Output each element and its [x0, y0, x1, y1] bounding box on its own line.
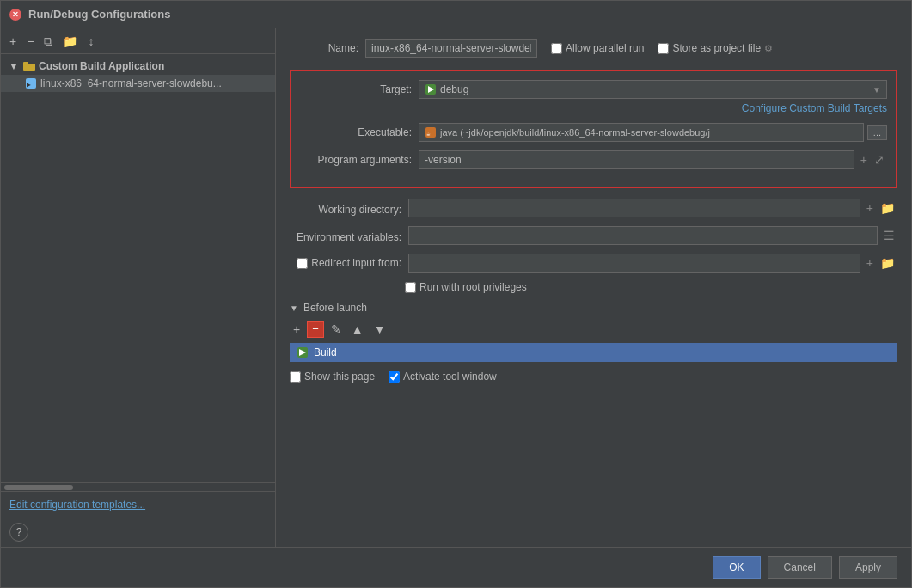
name-row: Name: Allow parallel run Store as projec… — [290, 39, 897, 58]
name-input[interactable] — [365, 39, 537, 58]
program-args-label: Program arguments: — [300, 150, 412, 166]
apply-button[interactable]: Apply — [839, 556, 897, 579]
target-dropdown-arrow: ▼ — [872, 85, 881, 95]
working-dir-browse-button[interactable]: 📁 — [878, 200, 897, 216]
executable-control: ☕ java (~jdk/openjdk/build/linux-x86_64-… — [419, 123, 887, 142]
config-toolbar: + − ⧉ 📁 ↕ — [1, 28, 275, 54]
right-panel: Name: Allow parallel run Store as projec… — [276, 28, 911, 547]
working-dir-control: + 📁 — [408, 199, 897, 217]
store-settings-icon: ⚙ — [764, 43, 773, 54]
config-tree: ▼ Custom Build Application ▶ linux-x86_6… — [1, 54, 275, 482]
args-buttons: + ⤢ — [858, 152, 887, 168]
remove-config-button[interactable]: − — [23, 34, 37, 49]
launch-edit-button[interactable]: ✎ — [327, 322, 345, 337]
env-vars-input[interactable] — [408, 226, 878, 245]
name-label: Name: — [290, 42, 358, 54]
folder-icon — [23, 60, 35, 72]
env-vars-edit-button[interactable]: ☰ — [881, 228, 897, 243]
launch-up-button[interactable]: ▲ — [348, 322, 367, 337]
executable-display[interactable]: ☕ java (~jdk/openjdk/build/linux-x86_64-… — [419, 123, 864, 142]
activate-tool-label: Activate tool window — [403, 371, 497, 383]
root-priv-row: Run with root privileges — [290, 281, 897, 293]
root-priv-checkbox[interactable] — [405, 282, 416, 293]
before-launch-label: Before launch — [303, 302, 367, 314]
launch-remove-button[interactable]: − — [307, 321, 324, 338]
redirect-browse-button[interactable]: 📁 — [878, 255, 897, 271]
launch-list: Build — [290, 343, 897, 362]
working-dir-add-button[interactable]: + — [864, 200, 876, 216]
redirect-add-button[interactable]: + — [864, 255, 876, 271]
help-button[interactable]: ? — [9, 523, 28, 542]
working-dir-buttons: + 📁 — [864, 200, 897, 216]
build-item-label: Build — [314, 346, 337, 358]
launch-add-button[interactable]: + — [290, 322, 303, 337]
working-dir-label: Working directory: — [290, 200, 401, 216]
ok-button[interactable]: OK — [713, 556, 760, 579]
scrollbar-thumb — [4, 485, 73, 490]
expand-icon: ▼ — [8, 60, 20, 72]
configure-custom-link[interactable]: Configure Custom Build Targets — [742, 102, 887, 114]
build-item-icon — [297, 346, 309, 358]
redirect-checkbox[interactable] — [297, 258, 308, 269]
env-vars-row: Environment variables: ☰ — [290, 226, 897, 245]
allow-parallel-label: Allow parallel run — [551, 42, 644, 54]
args-expand-button[interactable]: ⤢ — [872, 152, 887, 168]
svg-text:☕: ☕ — [426, 130, 431, 138]
target-select[interactable]: debug ▼ — [419, 80, 887, 99]
left-panel: + − ⧉ 📁 ↕ ▼ Custom Build Application ▶ — [1, 28, 276, 547]
tree-parent-label: Custom Build Application — [39, 60, 164, 72]
config-section: Target: debug ▼ Configu — [290, 70, 897, 188]
close-button[interactable]: ✕ — [9, 9, 21, 21]
program-args-row: Program arguments: + ⤢ — [300, 150, 887, 169]
tree-parent-item[interactable]: ▼ Custom Build Application — [1, 58, 275, 75]
debug-icon — [425, 83, 437, 95]
sort-config-button[interactable]: ↕ — [84, 34, 97, 49]
target-row: Target: debug ▼ Configu — [300, 80, 887, 114]
working-dir-input[interactable] — [408, 199, 860, 217]
env-vars-control: ☰ — [408, 226, 897, 245]
env-vars-label: Environment variables: — [290, 228, 401, 243]
dialog-title: Run/Debug Configurations — [28, 8, 170, 21]
title-bar: ✕ Run/Debug Configurations — [1, 1, 911, 28]
redirect-input[interactable] — [408, 254, 860, 273]
show-page-label: Show this page — [304, 371, 375, 383]
edit-templates-link[interactable]: Edit configuration templates... — [1, 491, 275, 518]
left-scrollbar[interactable] — [1, 482, 275, 491]
executable-row: Executable: ☕ java (~jdk/openjdk/build/l… — [300, 123, 887, 142]
program-args-input[interactable] — [419, 150, 854, 169]
bottom-bar: OK Cancel Apply — [1, 547, 911, 587]
executable-label: Executable: — [300, 123, 412, 138]
add-config-button[interactable]: + — [6, 34, 20, 49]
store-project-label: Store as project file ⚙ — [658, 42, 773, 54]
build-launch-item[interactable]: Build — [290, 343, 897, 362]
working-dir-row: Working directory: + 📁 — [290, 199, 897, 217]
tree-child-item[interactable]: ▶ linux-x86_64-normal-server-slowdebu... — [1, 75, 275, 92]
target-value: debug — [440, 83, 468, 95]
redirect-row: Redirect input from: + 📁 — [290, 254, 897, 273]
before-launch-section: ▼ Before launch + − ✎ ▲ ▼ Build — [290, 302, 897, 362]
folder-config-button[interactable]: 📁 — [59, 34, 81, 49]
root-priv-label: Run with root privileges — [405, 281, 527, 293]
cancel-button[interactable]: Cancel — [768, 556, 832, 579]
store-project-checkbox[interactable] — [658, 43, 669, 54]
allow-parallel-checkbox[interactable] — [551, 43, 562, 54]
help-area: ? — [1, 518, 275, 547]
executable-value: java (~jdk/openjdk/build/linux-x86_64-no… — [440, 127, 710, 138]
exe-icon: ☕ — [425, 126, 437, 138]
redirect-buttons: + 📁 — [864, 255, 897, 271]
executable-browse-button[interactable]: ... — [867, 125, 887, 140]
args-add-button[interactable]: + — [858, 152, 870, 168]
launch-down-button[interactable]: ▼ — [370, 322, 389, 337]
before-launch-collapse[interactable]: ▼ — [290, 303, 298, 313]
tree-child-label: linux-x86_64-normal-server-slowdebu... — [40, 77, 222, 89]
activate-tool-option: Activate tool window — [389, 371, 497, 383]
show-page-checkbox[interactable] — [290, 371, 301, 383]
program-args-control: + ⤢ — [419, 150, 887, 169]
bottom-options: Show this page Activate tool window — [290, 371, 897, 383]
config-icon: ▶ — [25, 77, 37, 89]
activate-tool-checkbox[interactable] — [389, 371, 400, 383]
copy-config-button[interactable]: ⧉ — [40, 34, 56, 49]
before-launch-header: ▼ Before launch — [290, 302, 897, 314]
target-label: Target: — [300, 80, 412, 95]
redirect-control: + 📁 — [408, 254, 897, 273]
